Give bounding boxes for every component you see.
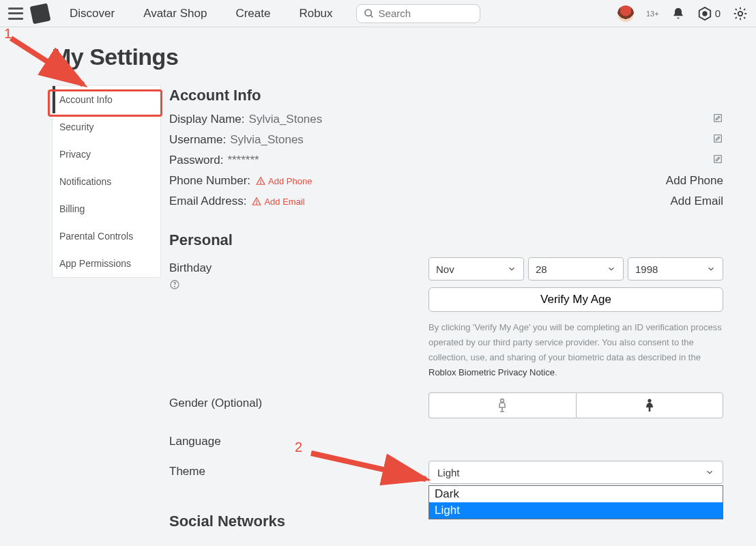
chevron-down-icon	[705, 468, 714, 477]
phone-warning: Add Phone	[256, 176, 312, 186]
username-row: Username: Sylvia_Stones	[169, 133, 723, 147]
annotation-number-2: 2	[295, 440, 302, 455]
male-icon	[497, 398, 508, 413]
svg-point-17	[648, 399, 651, 403]
nav-right: 13+ 0	[617, 5, 748, 22]
theme-select[interactable]: Light	[428, 461, 723, 484]
svg-point-0	[365, 10, 371, 16]
theme-option-light[interactable]: Light	[429, 502, 723, 519]
edit-username-icon[interactable]	[712, 133, 723, 147]
gender-male-button[interactable]	[428, 392, 576, 418]
disclaimer-text-b: .	[555, 367, 557, 377]
phone-row: Phone Number: Add Phone Add Phone	[169, 174, 723, 188]
sidebar-item-app-permissions[interactable]: App Permissions	[53, 250, 160, 277]
phone-warn-text: Add Phone	[268, 176, 312, 186]
birthday-year-select[interactable]: 1998	[628, 257, 723, 281]
username-value: Sylvia_Stones	[230, 133, 304, 147]
page-body: My Settings Account Info Security Privac…	[0, 27, 756, 538]
sidebar-item-security[interactable]: Security	[53, 113, 160, 141]
chevron-down-icon	[607, 264, 616, 274]
roblox-logo[interactable]	[30, 3, 51, 24]
account-info-heading: Account Info	[169, 87, 723, 104]
display-name-value: Sylvia_Stones	[249, 113, 323, 126]
nav-avatar-shop[interactable]: Avatar Shop	[143, 7, 207, 20]
chevron-down-icon	[706, 264, 716, 274]
display-name-label: Display Name:	[169, 113, 245, 126]
chevron-down-icon	[507, 264, 517, 274]
avatar[interactable]	[617, 5, 634, 22]
birthday-day-value: 28	[536, 263, 547, 275]
email-warning: Add Email	[252, 197, 304, 207]
verify-age-button[interactable]: Verify My Age	[428, 287, 723, 312]
svg-line-1	[370, 15, 373, 17]
help-icon[interactable]	[169, 279, 428, 293]
add-email-button[interactable]: Add Email	[671, 195, 723, 208]
robux-icon	[697, 6, 712, 21]
email-row: Email Address: Add Email Add Email	[169, 195, 723, 208]
biometric-privacy-link[interactable]: Roblox Biometric Privacy Notice	[428, 367, 555, 377]
svg-point-14	[501, 399, 504, 403]
svg-point-13	[175, 287, 175, 287]
language-row: Language	[169, 431, 723, 448]
svg-point-11	[257, 203, 257, 204]
edit-display-name-icon[interactable]	[712, 113, 723, 126]
gender-row: Gender (Optional)	[169, 392, 723, 418]
display-name-row: Display Name: Sylvia_Stones	[169, 113, 723, 126]
personal-heading: Personal	[169, 231, 723, 249]
search-box[interactable]	[356, 4, 480, 23]
gender-label: Gender (Optional)	[169, 392, 428, 410]
svg-rect-6	[714, 135, 722, 143]
svg-point-4	[738, 11, 742, 15]
top-nav: Discover Avatar Shop Create Robux 13+ 0	[0, 0, 756, 27]
birthday-row: Birthday Nov 28	[169, 257, 723, 380]
gender-female-button[interactable]	[576, 392, 724, 418]
age-badge: 13+	[646, 10, 659, 18]
edit-password-icon[interactable]	[712, 154, 723, 167]
phone-label: Phone Number:	[169, 174, 250, 188]
theme-dropdown: Dark Light	[428, 485, 723, 519]
menu-icon[interactable]	[8, 8, 23, 20]
bell-icon[interactable]	[671, 7, 685, 20]
nav-create[interactable]: Create	[235, 7, 270, 20]
password-value: *******	[227, 154, 259, 167]
search-icon	[364, 8, 375, 19]
svg-point-9	[261, 183, 261, 184]
birthday-label: Birthday	[169, 261, 212, 274]
svg-point-3	[703, 12, 707, 16]
disclaimer-text-a: By clicking 'Verify My Age' you will be …	[428, 322, 722, 362]
add-phone-button[interactable]: Add Phone	[666, 174, 723, 188]
nav-robux[interactable]: Robux	[299, 7, 332, 20]
page-title: My Settings	[52, 44, 723, 70]
birthday-year-value: 1998	[635, 263, 658, 275]
settings-sidebar: Account Info Security Privacy Notificati…	[52, 85, 161, 278]
nav-discover[interactable]: Discover	[70, 7, 115, 20]
warning-icon	[252, 197, 261, 206]
username-label: Username:	[169, 133, 226, 147]
sidebar-item-parental[interactable]: Parental Controls	[53, 222, 160, 250]
birthday-month-value: Nov	[436, 263, 454, 275]
birthday-month-select[interactable]: Nov	[428, 257, 524, 281]
svg-rect-18	[648, 407, 650, 412]
nav-links: Discover Avatar Shop Create Robux	[70, 7, 333, 20]
theme-row: Theme Light Dark Light	[169, 461, 723, 484]
password-label: Password:	[169, 154, 223, 167]
annotation-number-1: 1	[4, 26, 12, 42]
theme-option-dark[interactable]: Dark	[429, 486, 723, 502]
theme-label: Theme	[169, 461, 428, 478]
email-label: Email Address:	[169, 195, 246, 208]
robux-balance[interactable]: 0	[697, 6, 721, 21]
sidebar-item-privacy[interactable]: Privacy	[53, 141, 160, 168]
password-row: Password: *******	[169, 154, 723, 167]
birthday-day-select[interactable]: 28	[528, 257, 624, 281]
sidebar-item-billing[interactable]: Billing	[53, 195, 160, 222]
email-warn-text: Add Email	[264, 197, 304, 207]
settings-main: Account Info Display Name: Sylvia_Stones…	[169, 85, 723, 538]
gear-icon[interactable]	[733, 6, 748, 21]
warning-icon	[256, 176, 265, 186]
search-input[interactable]	[379, 8, 473, 19]
sidebar-item-notifications[interactable]: Notifications	[53, 168, 160, 195]
robux-count: 0	[715, 8, 721, 19]
sidebar-item-account-info[interactable]: Account Info	[53, 86, 160, 113]
female-icon	[644, 398, 655, 413]
svg-rect-5	[714, 115, 722, 122]
